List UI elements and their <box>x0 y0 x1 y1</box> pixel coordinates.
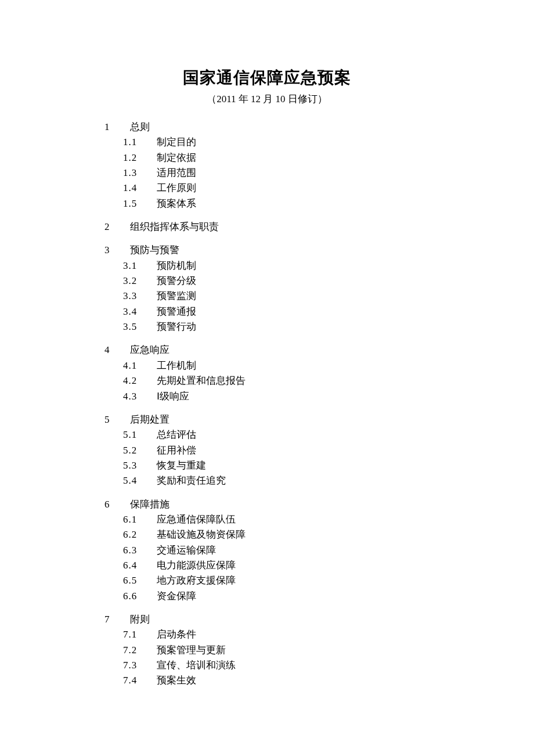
table-of-contents: 1总则1.1制定目的1.2制定依据1.3适用范围1.4工作原则1.5预案体系2组… <box>104 120 430 689</box>
toc-subsection-title: 资金保障 <box>157 589 430 604</box>
toc-subsection-title: 预防机制 <box>157 258 430 273</box>
toc-subsection: 1.5预案体系 <box>104 196 430 211</box>
toc-subsection: 6.6资金保障 <box>104 589 430 604</box>
toc-subsection-number: 6.6 <box>123 589 157 604</box>
toc-subsection-title: 预案生效 <box>157 673 430 688</box>
toc-subsection-title: 工作原则 <box>157 181 430 196</box>
toc-subsection: 5.2征用补偿 <box>104 443 430 458</box>
toc-section-title: 保障措施 <box>130 497 430 512</box>
toc-subsection-number: 6.1 <box>123 512 157 527</box>
toc-section-number: 2 <box>104 219 130 235</box>
toc-subsection-number: 6.3 <box>123 543 157 558</box>
toc-section: 7附则7.1启动条件7.2预案管理与更新7.3宣传、培训和演练7.4预案生效 <box>104 612 430 689</box>
toc-subsection-title: 工作机制 <box>157 358 430 373</box>
toc-section-number: 6 <box>104 497 130 512</box>
toc-subsection-number: 4.1 <box>123 358 157 373</box>
toc-section-number: 5 <box>104 412 130 427</box>
toc-subsection: 5.4奖励和责任追究 <box>104 473 430 488</box>
toc-subsection-number: 5.4 <box>123 473 157 488</box>
toc-subsection: 6.3交通运输保障 <box>104 543 430 558</box>
toc-subsection: 3.2预警分级 <box>104 273 430 289</box>
toc-subsection-number: 1.1 <box>123 135 157 150</box>
toc-subsection: 5.1总结评估 <box>104 427 430 442</box>
toc-subsection-number: 7.3 <box>123 658 157 673</box>
toc-subsection: 4.1工作机制 <box>104 358 430 373</box>
toc-subsection: 1.2制定依据 <box>104 150 430 165</box>
toc-subsection-title: 奖励和责任追究 <box>157 473 430 488</box>
toc-subsection-number: 4.2 <box>123 373 157 388</box>
toc-subsection: 1.1制定目的 <box>104 135 430 150</box>
toc-section-title: 组织指挥体系与职责 <box>130 219 430 235</box>
toc-subsection-title: 基础设施及物资保障 <box>157 527 430 542</box>
toc-subsection: 4.2先期处置和信息报告 <box>104 373 430 388</box>
toc-subsection-number: 6.2 <box>123 527 157 542</box>
toc-section: 4应急响应4.1工作机制4.2先期处置和信息报告4.3Ⅰ级响应 <box>104 343 430 404</box>
toc-subsection-title: 应急通信保障队伍 <box>157 512 430 527</box>
toc-subsection-number: 6.5 <box>123 573 157 588</box>
toc-subsection: 6.5地方政府支援保障 <box>104 573 430 588</box>
toc-subsection-title: 预警分级 <box>157 273 430 289</box>
toc-subsection-title: Ⅰ级响应 <box>157 389 430 404</box>
toc-subsection: 7.4预案生效 <box>104 673 430 688</box>
toc-subsection-number: 6.4 <box>123 558 157 573</box>
toc-subsection-title: 电力能源供应保障 <box>157 558 430 573</box>
toc-section-title: 后期处置 <box>130 412 430 427</box>
toc-section-title: 应急响应 <box>130 343 430 358</box>
toc-subsection-number: 1.2 <box>123 150 157 165</box>
toc-subsection: 6.2基础设施及物资保障 <box>104 527 430 542</box>
toc-subsection-title: 预案管理与更新 <box>157 643 430 658</box>
toc-subsection-title: 预警行动 <box>157 319 430 334</box>
toc-subsection: 7.3宣传、培训和演练 <box>104 658 430 673</box>
toc-section-header: 7附则 <box>104 612 430 627</box>
toc-section: 3预防与预警3.1预防机制3.2预警分级3.3预警监测3.4预警通报3.5预警行… <box>104 243 430 334</box>
toc-subsection: 6.4电力能源供应保障 <box>104 558 430 573</box>
toc-subsection: 7.2预案管理与更新 <box>104 643 430 658</box>
toc-subsection: 4.3Ⅰ级响应 <box>104 389 430 404</box>
toc-subsection: 1.4工作原则 <box>104 181 430 196</box>
toc-subsection: 3.4预警通报 <box>104 304 430 319</box>
toc-section: 6保障措施6.1应急通信保障队伍6.2基础设施及物资保障6.3交通运输保障6.4… <box>104 497 430 604</box>
toc-section: 1总则1.1制定目的1.2制定依据1.3适用范围1.4工作原则1.5预案体系 <box>104 120 430 211</box>
document-title: 国家通信保障应急预案 <box>104 67 430 89</box>
toc-section-header: 4应急响应 <box>104 343 430 358</box>
toc-section-number: 3 <box>104 243 130 258</box>
toc-subsection-number: 3.4 <box>123 304 157 319</box>
toc-section-number: 1 <box>104 120 130 135</box>
toc-section-header: 1总则 <box>104 120 430 135</box>
toc-subsection-number: 3.1 <box>123 258 157 273</box>
toc-section: 2组织指挥体系与职责 <box>104 219 430 235</box>
toc-subsection-number: 7.1 <box>123 627 157 642</box>
toc-subsection-title: 制定目的 <box>157 135 430 150</box>
toc-subsection-title: 地方政府支援保障 <box>157 573 430 588</box>
toc-subsection-number: 3.5 <box>123 319 157 334</box>
toc-section-header: 6保障措施 <box>104 497 430 512</box>
toc-subsection-title: 制定依据 <box>157 150 430 165</box>
toc-subsection: 1.3适用范围 <box>104 165 430 181</box>
toc-subsection-title: 适用范围 <box>157 165 430 181</box>
toc-section-header: 3预防与预警 <box>104 243 430 258</box>
toc-subsection: 3.1预防机制 <box>104 258 430 273</box>
toc-subsection-number: 1.5 <box>123 196 157 211</box>
toc-subsection-number: 5.2 <box>123 443 157 458</box>
toc-subsection: 7.1启动条件 <box>104 627 430 642</box>
toc-subsection-number: 5.3 <box>123 458 157 473</box>
toc-section-title: 预防与预警 <box>130 243 430 258</box>
toc-subsection-number: 1.4 <box>123 181 157 196</box>
toc-section-title: 附则 <box>130 612 430 627</box>
toc-subsection-title: 宣传、培训和演练 <box>157 658 430 673</box>
toc-subsection: 5.3恢复与重建 <box>104 458 430 473</box>
toc-subsection: 6.1应急通信保障队伍 <box>104 512 430 527</box>
toc-subsection-title: 先期处置和信息报告 <box>157 373 430 388</box>
toc-subsection-number: 4.3 <box>123 389 157 404</box>
toc-subsection-number: 3.3 <box>123 289 157 304</box>
toc-subsection-number: 7.2 <box>123 643 157 658</box>
toc-section-number: 4 <box>104 343 130 358</box>
toc-section-number: 7 <box>104 612 130 627</box>
document-subtitle: （2011 年 12 月 10 日修订） <box>104 92 430 106</box>
toc-subsection-number: 3.2 <box>123 273 157 289</box>
toc-subsection-number: 5.1 <box>123 427 157 442</box>
toc-subsection-title: 征用补偿 <box>157 443 430 458</box>
toc-subsection-number: 1.3 <box>123 165 157 181</box>
toc-section-title: 总则 <box>130 120 430 135</box>
toc-subsection-title: 预警监测 <box>157 289 430 304</box>
